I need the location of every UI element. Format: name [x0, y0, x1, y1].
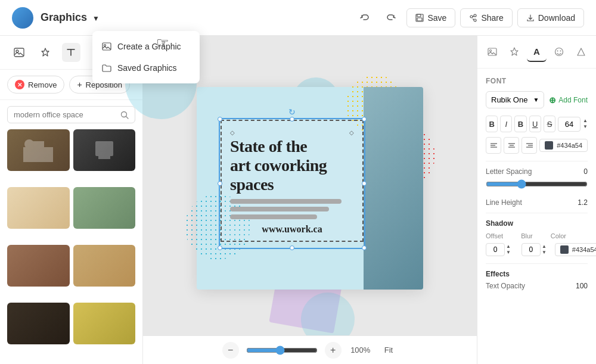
svg-rect-3 [103, 43, 111, 50]
main-text: State of the art coworking spaces [230, 137, 354, 195]
undo-button[interactable] [354, 7, 375, 29]
divider-3 [486, 263, 588, 264]
gallery-image-4[interactable] [73, 187, 136, 229]
topbar: Graphics ▼ Save [0, 0, 596, 36]
shadow-color-swatch[interactable]: #434a54 [555, 243, 596, 256]
panel-tool-text[interactable] [62, 43, 81, 62]
plus-icon: + [77, 80, 82, 89]
svg-rect-14 [95, 141, 113, 156]
font-selector-row: Rubik One ▼ ⊕ Add Font [486, 91, 588, 108]
rp-tool-pin[interactable] [504, 42, 524, 62]
diamond-right: ◇ [349, 129, 354, 136]
photo-bg [364, 87, 423, 290]
fit-button[interactable]: Fit [380, 343, 398, 357]
gallery-image-5[interactable] [7, 245, 70, 287]
design-card[interactable]: ↻ ◇ ◇ State of the art coworking spaces … [197, 87, 423, 290]
topbar-actions: Save Share Download [354, 7, 584, 29]
bold-button[interactable]: B [486, 116, 498, 132]
text-color-swatch[interactable]: #434a54 [539, 139, 588, 152]
svg-point-13 [24, 139, 34, 149]
shadow-offset-up[interactable]: ▲ [506, 244, 511, 250]
remove-button[interactable]: ✕ Remove [7, 76, 64, 94]
shadow-blur-input[interactable] [522, 243, 541, 256]
search-bar [7, 106, 135, 123]
add-font-button[interactable]: ⊕ Add Font [549, 95, 588, 105]
remove-icon: ✕ [15, 80, 24, 89]
gallery-image-8[interactable] [73, 303, 136, 344]
rotate-handle[interactable]: ↻ [287, 107, 297, 117]
shadow-offset-group: ▲ ▼ [486, 243, 511, 256]
shadow-blur-group: ▲ ▼ [522, 243, 547, 256]
plus-icon: ⊕ [549, 95, 556, 105]
image-icon [102, 42, 111, 51]
svg-rect-12 [32, 141, 44, 150]
svg-rect-2 [417, 18, 422, 21]
underline-button[interactable]: U [529, 116, 541, 132]
gallery-image-7[interactable] [7, 303, 70, 344]
sub-lines [230, 199, 354, 219]
zoom-bar: − + 100% Fit [143, 335, 477, 364]
italic-button[interactable]: I [500, 116, 512, 132]
zoom-slider[interactable] [246, 346, 318, 355]
right-panel: A Font Rubik One ▼ ⊕ Add Fo [477, 36, 596, 364]
letter-spacing-slider[interactable] [486, 179, 588, 189]
rp-tool-emoji[interactable] [549, 42, 569, 62]
font-selector[interactable]: Rubik One ▼ [486, 91, 544, 108]
font-size-up[interactable]: ▲ [583, 118, 588, 124]
align-left-button[interactable] [486, 137, 501, 154]
zoom-percent: 100% [349, 346, 372, 354]
align-center-button[interactable] [504, 137, 519, 154]
graphics-menu-button[interactable]: Graphics ▼ [41, 11, 100, 24]
panel-tool-image[interactable] [10, 43, 29, 62]
sub-line-3 [230, 214, 317, 219]
redo-button[interactable] [380, 7, 402, 29]
effects-section-label: Effects [486, 270, 588, 278]
right-panel-toolbar: A [477, 36, 596, 69]
shadow-blur-up[interactable]: ▲ [542, 244, 547, 250]
shadow-inputs: ▲ ▼ ▲ ▼ #434a54 [486, 243, 588, 256]
align-row: #434a54 [486, 137, 588, 154]
opacity-row: Text Opacity 100 [486, 282, 588, 290]
resize-handle-bm[interactable] [290, 245, 294, 250]
align-right-button[interactable] [522, 137, 537, 154]
zoom-in-button[interactable]: + [325, 342, 342, 359]
shadow-offset-input[interactable] [486, 243, 505, 256]
search-input[interactable] [14, 110, 116, 119]
shadow-offset-down[interactable]: ▼ [506, 250, 511, 256]
share-button[interactable]: Share [460, 8, 512, 27]
zoom-out-button[interactable]: − [222, 342, 239, 359]
gallery-image-6[interactable] [73, 245, 136, 287]
rp-tool-shape[interactable] [572, 42, 591, 62]
shadow-section-label: Shadow [486, 219, 588, 228]
photo-strip [364, 87, 423, 290]
panel-tool-pin[interactable] [36, 43, 55, 62]
divider-1 [486, 161, 588, 161]
shadow-labels: Offset Blur Color [486, 232, 588, 239]
save-button[interactable]: Save [406, 8, 455, 27]
saved-graphics-item[interactable]: Saved Graphics [92, 57, 200, 79]
strikethrough-button[interactable]: S [544, 116, 555, 132]
graphics-dropdown: Create a Graphic Saved Graphics [92, 31, 200, 83]
font-size-input-row: ▲ ▼ [558, 117, 588, 132]
right-panel-content: Font Rubik One ▼ ⊕ Add Font B I B U [477, 69, 596, 364]
diamond-left: ◇ [230, 129, 235, 136]
svg-point-19 [557, 51, 558, 52]
text-box[interactable]: ◇ ◇ State of the art coworking spaces ww… [221, 120, 364, 242]
search-icon[interactable] [120, 111, 129, 119]
rp-tool-image[interactable] [482, 42, 502, 62]
gallery-image-1[interactable] [7, 129, 70, 171]
letter-spacing-row: Letter Spacing 0 [486, 167, 588, 176]
logo-icon[interactable] [12, 7, 33, 29]
color-preview [545, 141, 553, 150]
download-button[interactable]: Download [517, 8, 584, 27]
shadow-blur-down[interactable]: ▼ [542, 250, 547, 256]
shadow-color-preview [560, 245, 569, 254]
rp-tool-text[interactable]: A [527, 42, 547, 62]
font-size-down[interactable]: ▼ [583, 124, 588, 130]
gallery-image-2[interactable] [73, 129, 136, 171]
gallery-image-3[interactable] [7, 187, 70, 229]
create-graphic-item[interactable]: Create a Graphic [92, 36, 200, 57]
svg-rect-1 [417, 14, 421, 17]
bold2-button[interactable]: B [514, 116, 526, 132]
font-size-input[interactable] [558, 117, 581, 132]
